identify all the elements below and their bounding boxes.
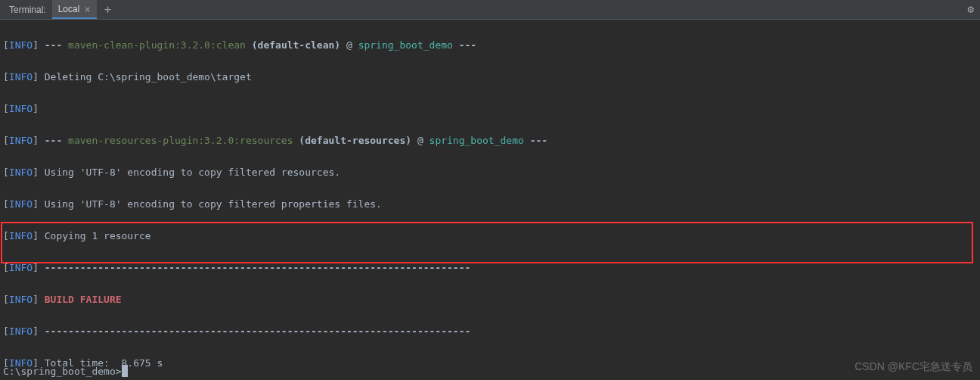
terminal-prompt[interactable]: C:\spring_boot_demo> [3, 365, 128, 377]
add-tab-icon[interactable]: + [97, 2, 119, 17]
tab-name: Local [58, 4, 80, 14]
terminal-label: Terminal: [3, 5, 52, 15]
log-line: [INFO] Deleting C:\spring_boot_demo\targ… [3, 69, 977, 85]
log-line: [INFO] Using 'UTF-8' encoding to copy fi… [3, 196, 977, 212]
log-line: [INFO] ---------------------------------… [3, 323, 977, 339]
log-line: [INFO] Using 'UTF-8' encoding to copy fi… [3, 164, 977, 180]
prompt-text: C:\spring_boot_demo> [3, 366, 122, 377]
log-line: [INFO] Copying 1 resource [3, 228, 977, 244]
log-line: [INFO] Total time: 8.675 s [3, 355, 977, 371]
log-line: [INFO] [3, 101, 977, 117]
log-line: [INFO] --- maven-clean-plugin:3.2.0:clea… [3, 37, 977, 53]
gear-icon[interactable]: ⚙ [968, 3, 974, 15]
terminal-tab-local[interactable]: Local × [52, 0, 97, 19]
log-line: [INFO] --- maven-resources-plugin:3.2.0:… [3, 132, 977, 148]
close-icon[interactable]: × [84, 3, 90, 15]
terminal-tab-bar: Terminal: Local × + ⚙ [0, 0, 980, 20]
cursor-icon [122, 365, 128, 377]
log-line: [INFO] ---------------------------------… [3, 260, 977, 276]
terminal-output: [INFO] --- maven-clean-plugin:3.2.0:clea… [0, 20, 980, 380]
log-line: [INFO] BUILD FAILURE [3, 291, 977, 307]
